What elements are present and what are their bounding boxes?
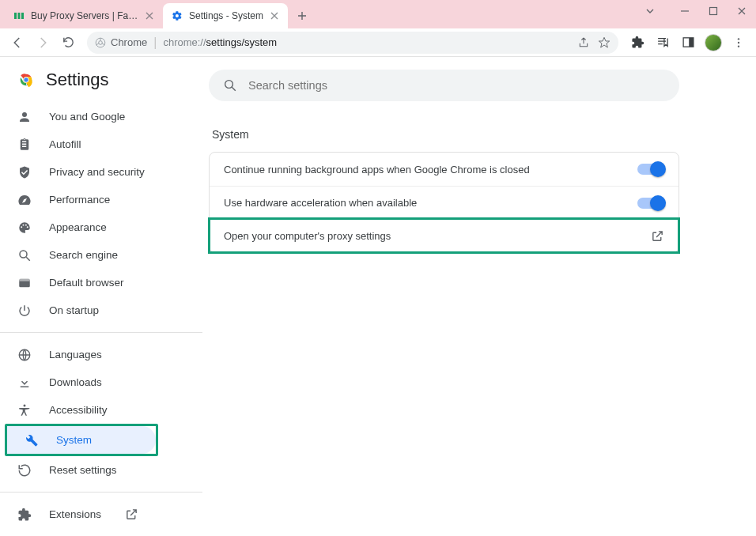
sidebar-item-search-engine[interactable]: Search engine [0,241,190,269]
section-title: System [212,128,718,141]
chrome-chip: Chrome [95,36,147,48]
titlebar: Buy Proxy Servers | Fast & Afford… Setti… [0,0,756,28]
sidebar-item-on-startup[interactable]: On startup [0,296,190,324]
chrome-icon [95,37,106,48]
reload-button[interactable] [57,32,79,54]
assignment-icon [17,138,32,152]
power-icon [17,304,32,318]
download-icon [17,376,32,390]
svg-point-22 [24,404,26,406]
sidebar-item-autofill[interactable]: Autofill [0,130,190,158]
sidebar-item-extensions[interactable]: Extensions [0,500,190,528]
reading-list-icon[interactable] [652,32,674,54]
extensions-icon[interactable] [626,32,648,54]
minimize-button[interactable] [671,0,699,22]
close-window-button[interactable] [728,0,756,22]
sidebar-item-appearance[interactable]: Appearance [0,213,190,241]
brand-title: Settings [46,70,109,90]
profile-avatar[interactable] [702,32,724,54]
sidebar-item-system[interactable]: System [7,426,156,454]
sidebar-item-privacy[interactable]: Privacy and security [0,158,190,186]
divider [0,332,202,333]
browser-toolbar: Chrome | chrome://settings/system [0,28,756,57]
sidebar-item-you-and-google[interactable]: You and Google [0,103,190,130]
sidebar-item-downloads[interactable]: Downloads [0,368,190,396]
favicon-settings [171,9,183,22]
sidebar-item-label: Extensions [49,508,101,520]
url-text: chrome://settings/system [163,36,277,48]
kebab-menu[interactable] [728,32,750,54]
browser-icon [17,276,32,290]
address-bar[interactable]: Chrome | chrome://settings/system [87,32,618,54]
search-settings-input[interactable] [248,79,665,92]
svg-rect-3 [710,8,717,15]
new-tab-button[interactable] [291,5,313,27]
sidebar-item-reset[interactable]: Reset settings [0,456,190,484]
wrench-icon [25,433,39,447]
sidebar-item-label: Performance [49,194,110,206]
person-icon [17,110,32,124]
svg-rect-2 [21,13,24,19]
main-panel: System Continue running background apps … [202,57,756,536]
sidebar-item-performance[interactable]: Performance [0,186,190,213]
sidebar-item-label: On startup [49,304,99,316]
favicon-proxy [13,9,25,22]
setting-row-bg-apps: Continue running background apps when Go… [210,153,679,186]
tab-proxy-store[interactable]: Buy Proxy Servers | Fast & Afford… [5,3,163,28]
svg-point-25 [225,81,233,89]
svg-point-8 [738,38,739,40]
external-link-icon [125,508,138,521]
sidebar-item-languages[interactable]: Languages [0,341,190,368]
svg-rect-0 [14,13,17,19]
setting-label: Open your computer's proxy settings [224,230,391,242]
sidebar-item-about[interactable]: About Chrome [0,528,190,536]
svg-rect-20 [19,278,30,281]
svg-point-9 [738,41,739,43]
globe-icon [17,348,32,362]
toggle-bg-apps[interactable] [637,164,664,175]
chevron-down-icon[interactable] [636,0,664,22]
svg-rect-7 [689,38,694,47]
svg-point-18 [20,251,27,258]
accessibility-icon [17,403,32,417]
chrome-chip-label: Chrome [111,36,147,48]
settings-card: Continue running background apps when Go… [209,152,679,253]
maximize-button[interactable] [699,0,728,22]
sidebar-item-label: Autofill [49,138,81,150]
svg-point-15 [23,224,25,225]
svg-point-5 [99,40,103,44]
close-icon[interactable] [144,10,155,21]
svg-point-10 [738,45,739,47]
sidebar-item-label: You and Google [49,111,125,123]
sidebar-item-default-browser[interactable]: Default browser [0,269,190,296]
tab-title: Settings - System [189,10,263,21]
toggle-hw-accel[interactable] [637,198,664,209]
tab-settings[interactable]: Settings - System [163,3,288,28]
separator: | [153,36,157,50]
setting-row-proxy[interactable]: Open your computer's proxy settings [210,219,679,252]
sidebar: Settings You and GoogleAutofillPrivacy a… [0,57,202,536]
side-panel-icon[interactable] [677,32,699,54]
shield-icon [17,165,32,179]
brand: Settings [0,70,202,98]
search-icon [223,78,237,92]
share-icon[interactable] [577,36,590,49]
setting-label: Use hardware acceleration when available [224,197,417,209]
speed-icon [17,193,32,207]
back-button[interactable] [6,32,28,54]
bookmark-icon[interactable] [598,36,610,49]
setting-label: Continue running background apps when Go… [224,164,530,176]
sidebar-item-accessibility[interactable]: Accessibility [0,396,190,424]
sidebar-item-label: Languages [49,349,102,360]
open-external-icon [651,229,664,243]
svg-point-17 [27,226,28,228]
sidebar-item-label: Downloads [49,376,102,388]
forward-button[interactable] [32,32,54,54]
close-icon[interactable] [269,10,280,21]
window-controls [636,0,756,22]
search-settings[interactable] [209,70,679,101]
sidebar-item-label: Reset settings [49,464,117,476]
chrome-logo-icon [17,71,35,89]
sidebar-item-label: Appearance [49,221,107,233]
search-icon [17,248,32,262]
